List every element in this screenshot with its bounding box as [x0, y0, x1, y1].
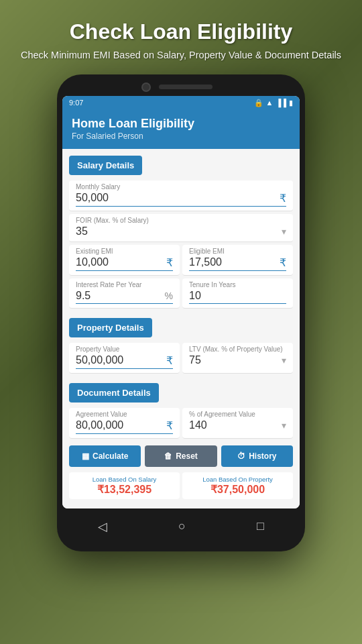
property-result-card: Loan Based On Property ₹37,50,000 — [182, 472, 293, 499]
foir-value: 35 ▾ — [76, 225, 286, 237]
document-row: Agreement Value 80,00,000 ₹ % of Agreeme… — [69, 408, 293, 439]
signal-icon: ▐▐ — [276, 99, 286, 107]
foir-label: FOIR (Max. % of Salary) — [76, 217, 286, 224]
salary-section-header: Salary Details — [69, 156, 142, 175]
property-section-header: Property Details — [69, 318, 152, 337]
ltv-value: 75 — [189, 354, 201, 366]
emi-row: Existing EMI 10,000 ₹ Eligible EMI 17,50… — [69, 245, 293, 276]
ltv-chevron-icon: ▾ — [282, 355, 286, 366]
property-result-label: Loan Based On Property — [188, 476, 288, 483]
calculator-icon: ▦ — [82, 451, 89, 461]
salary-result-value: ₹13,52,395 — [74, 483, 174, 496]
page-subtitle: Check Minimum EMI Based on Salary, Prope… — [20, 48, 342, 62]
reset-button[interactable]: 🗑 Reset — [145, 445, 217, 467]
interest-rate-label: Interest Rate Per Year — [76, 281, 173, 288]
phone-nav-bar: ◁ ○ □ — [62, 513, 300, 538]
rupee-icon-eligible-emi: ₹ — [280, 256, 286, 269]
percent-icon: % — [165, 290, 173, 301]
phone-speaker — [159, 85, 213, 89]
interest-rate-value: 9.5 — [76, 290, 90, 302]
trash-icon: 🗑 — [164, 451, 172, 461]
status-time: 9:07 — [69, 99, 83, 107]
monthly-salary-field[interactable]: Monthly Salary 50,000 ₹ — [69, 180, 293, 211]
lock-icon: 🔒 — [254, 99, 263, 107]
agreement-value: 80,00,000 — [76, 419, 123, 431]
results-row: Loan Based On Salary ₹13,52,395 Loan Bas… — [69, 472, 293, 502]
calculate-button[interactable]: ▦ Calculate — [69, 445, 141, 467]
document-section-header: Document Details — [69, 383, 159, 402]
app-header: Home Loan Eligibility For Salaried Perso… — [62, 110, 300, 149]
foir-field[interactable]: FOIR (Max. % of Salary) 35 ▾ — [69, 214, 293, 242]
monthly-salary-value: 50,000 ₹ — [76, 192, 286, 205]
salary-result-card: Loan Based On Salary ₹13,52,395 — [69, 472, 180, 499]
property-value-field[interactable]: Property Value 50,00,000 ₹ — [69, 343, 180, 374]
rupee-icon-salary: ₹ — [280, 192, 286, 205]
phone-screen: 9:07 🔒 ▲ ▐▐ ▮ Home Loan Eligibility For … — [62, 96, 300, 508]
percent-agreement-value: 140 — [189, 419, 207, 431]
history-button[interactable]: ⏱ History — [221, 445, 293, 467]
existing-emi-value: 10,000 — [76, 256, 109, 268]
existing-emi-field[interactable]: Existing EMI 10,000 ₹ — [69, 245, 180, 276]
phone-shell: 9:07 🔒 ▲ ▐▐ ▮ Home Loan Eligibility For … — [57, 74, 305, 551]
status-icons: 🔒 ▲ ▐▐ ▮ — [254, 99, 293, 107]
existing-emi-label: Existing EMI — [76, 248, 173, 255]
home-nav-icon[interactable]: ○ — [178, 519, 186, 533]
agreement-value-field[interactable]: Agreement Value 80,00,000 ₹ — [69, 408, 180, 439]
wifi-icon: ▲ — [266, 99, 274, 107]
interest-rate-field[interactable]: Interest Rate Per Year 9.5 % — [69, 278, 180, 309]
app-title: Home Loan Eligibility — [72, 117, 290, 131]
property-row: Property Value 50,00,000 ₹ LTV (Max. % o… — [69, 343, 293, 374]
eligible-emi-field[interactable]: Eligible EMI 17,500 ₹ — [182, 245, 293, 276]
foir-chevron-icon: ▾ — [282, 226, 286, 237]
percent-agreement-chevron-icon: ▾ — [282, 420, 286, 431]
clock-icon: ⏱ — [237, 451, 245, 461]
app-subtitle: For Salaried Person — [72, 131, 290, 141]
property-value: 50,00,000 — [76, 354, 123, 366]
percent-agreement-field[interactable]: % of Agreement Value 140 ▾ — [182, 408, 293, 439]
salary-result-label: Loan Based On Salary — [74, 476, 174, 483]
rupee-icon-agreement: ₹ — [166, 419, 173, 432]
eligible-emi-value: 17,500 — [189, 256, 222, 268]
page-title: Check Loan Eligibility — [20, 19, 342, 44]
ltv-label: LTV (Max. % of Property Value) — [189, 345, 286, 353]
rate-tenure-row: Interest Rate Per Year 9.5 % Tenure In Y… — [69, 278, 293, 309]
status-bar: 9:07 🔒 ▲ ▐▐ ▮ — [62, 96, 300, 110]
battery-icon: ▮ — [289, 99, 293, 107]
tenure-label: Tenure In Years — [189, 281, 286, 288]
tenure-field[interactable]: Tenure In Years 10 — [182, 278, 293, 309]
form-area: Salary Details Monthly Salary 50,000 ₹ F… — [62, 149, 300, 508]
percent-agreement-label: % of Agreement Value — [189, 411, 286, 418]
action-buttons: ▦ Calculate 🗑 Reset ⏱ History — [69, 445, 293, 467]
property-value-label: Property Value — [76, 345, 173, 353]
rupee-icon-existing-emi: ₹ — [166, 256, 173, 269]
monthly-salary-label: Monthly Salary — [76, 183, 286, 191]
phone-camera — [141, 83, 151, 92]
eligible-emi-label: Eligible EMI — [189, 248, 286, 255]
back-nav-icon[interactable]: ◁ — [98, 519, 107, 534]
rupee-icon-property: ₹ — [166, 354, 173, 367]
agreement-value-label: Agreement Value — [76, 411, 173, 418]
property-result-value: ₹37,50,000 — [188, 483, 288, 496]
phone-top-bar — [62, 83, 300, 92]
ltv-field[interactable]: LTV (Max. % of Property Value) 75 ▾ — [182, 343, 293, 374]
tenure-value: 10 — [189, 290, 201, 302]
recent-nav-icon[interactable]: □ — [257, 519, 264, 533]
